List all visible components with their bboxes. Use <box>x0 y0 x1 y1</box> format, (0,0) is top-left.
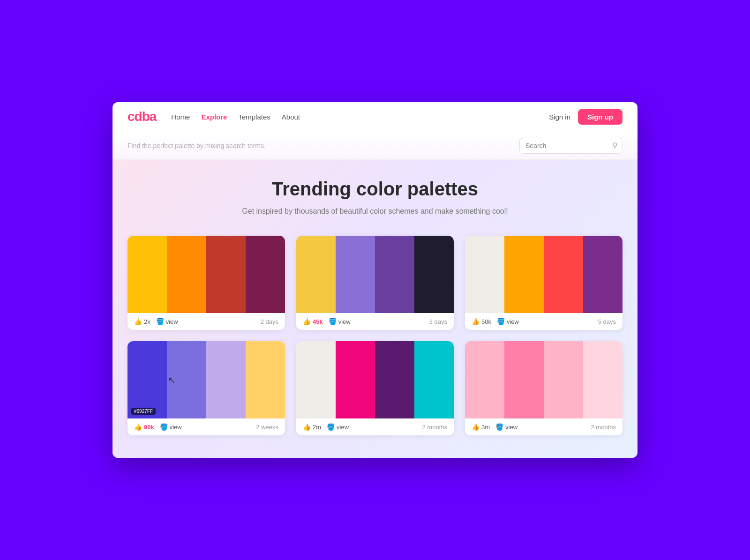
like-count: 90k <box>144 424 154 431</box>
palette-card-p2[interactable]: 👍45k🪣view3 days <box>296 236 454 330</box>
color-swatch <box>206 236 246 313</box>
thumb-up-icon: 👍 <box>472 318 480 325</box>
palette-time: 2 months <box>591 424 616 431</box>
color-swatch <box>583 236 622 313</box>
meta-left: 👍50k🪣view <box>472 318 592 325</box>
color-swatch <box>544 341 583 418</box>
color-swatch <box>583 341 622 418</box>
palette-time: 2 months <box>422 424 447 431</box>
color-swatch <box>375 341 414 418</box>
thumb-up-icon: 👍 <box>134 423 142 431</box>
like-button[interactable]: 👍2m <box>303 423 321 431</box>
view-label: view <box>507 318 519 325</box>
meta-left: 👍2m🪣view <box>303 423 417 431</box>
color-swatch <box>465 341 504 418</box>
color-swatch <box>296 341 336 418</box>
nav-item-templates[interactable]: Templates <box>238 113 270 121</box>
palette-meta: 👍45k🪣view3 days <box>296 313 454 330</box>
palette-card-p4[interactable]: #6927FF↖👍90k🪣view2 weeks <box>128 341 285 435</box>
color-swatch <box>296 236 336 313</box>
bucket-icon: 🪣 <box>156 318 164 325</box>
color-swatch <box>246 236 285 313</box>
view-button[interactable]: 🪣view <box>160 423 182 431</box>
palette-swatches <box>296 341 454 418</box>
like-count: 2k <box>144 318 150 325</box>
color-swatch <box>246 341 285 418</box>
palette-meta: 👍2m🪣view2 months <box>296 418 454 435</box>
palette-time: 3 days <box>429 318 447 325</box>
color-swatch <box>544 236 583 313</box>
palette-swatches <box>296 236 454 313</box>
bucket-icon: 🪣 <box>329 318 337 325</box>
thumb-up-icon: 👍 <box>303 318 311 325</box>
palette-time: 2 weeks <box>256 424 278 431</box>
search-icon: ⚲ <box>612 141 618 150</box>
palette-card-p3[interactable]: 👍50k🪣view5 days <box>465 236 622 330</box>
palette-meta: 👍50k🪣view5 days <box>465 313 622 330</box>
view-button[interactable]: 🪣view <box>329 318 351 325</box>
palette-time: 2 days <box>261 318 278 325</box>
like-button[interactable]: 👍2k <box>134 318 150 325</box>
palette-swatches: #6927FF↖ <box>128 341 285 418</box>
app-container: cdba HomeExploreTemplatesAbout Sign in S… <box>112 102 638 458</box>
header: cdba HomeExploreTemplatesAbout Sign in S… <box>112 102 638 132</box>
color-swatch <box>128 341 167 418</box>
like-button[interactable]: 👍90k <box>134 423 154 431</box>
color-tooltip: #6927FF <box>131 408 156 415</box>
logo[interactable]: cdba <box>128 109 156 124</box>
hero-title: Trending color palettes <box>128 179 622 200</box>
view-label: view <box>337 424 349 431</box>
like-count: 50k <box>481 318 491 325</box>
palette-card-p5[interactable]: 👍2m🪣view2 months <box>296 341 454 435</box>
thumb-up-icon: 👍 <box>303 423 311 431</box>
nav: HomeExploreTemplatesAbout <box>171 113 534 121</box>
palette-meta: 👍90k🪣view2 weeks <box>128 418 285 435</box>
view-label: view <box>338 318 351 325</box>
signup-button[interactable]: Sign up <box>578 109 622 125</box>
palette-meta: 👍3m🪣view2 months <box>465 418 622 435</box>
meta-left: 👍45k🪣view <box>303 318 424 325</box>
hero-subtitle: Get inspired by thousands of beautiful c… <box>128 205 622 217</box>
view-button[interactable]: 🪣view <box>495 423 518 431</box>
nav-item-home[interactable]: Home <box>171 113 190 121</box>
view-button[interactable]: 🪣view <box>497 318 519 325</box>
color-swatch <box>167 341 206 418</box>
bucket-icon: 🪣 <box>327 423 335 431</box>
hero: Trending color palettes Get inspired by … <box>128 179 622 217</box>
meta-left: 👍2k🪣view <box>134 318 255 325</box>
palette-card-p1[interactable]: 👍2k🪣view2 days <box>128 236 285 330</box>
like-button[interactable]: 👍50k <box>472 318 491 325</box>
color-swatch <box>414 341 454 418</box>
palette-swatches <box>128 236 285 313</box>
view-button[interactable]: 🪣view <box>327 423 349 431</box>
palette-time: 5 days <box>598 318 616 325</box>
search-input-wrapper: ⚲ <box>519 138 622 154</box>
palette-swatches <box>465 341 622 418</box>
view-label: view <box>505 424 518 431</box>
color-swatch <box>128 236 167 313</box>
palette-meta: 👍2k🪣view2 days <box>128 313 285 330</box>
nav-item-about[interactable]: About <box>282 113 300 121</box>
color-swatch <box>336 236 375 313</box>
like-count: 2m <box>313 424 321 431</box>
color-swatch <box>167 236 206 313</box>
like-count: 45k <box>313 318 323 325</box>
meta-left: 👍90k🪣view <box>134 423 250 431</box>
search-input[interactable] <box>519 138 622 154</box>
thumb-up-icon: 👍 <box>472 423 480 431</box>
signin-button[interactable]: Sign in <box>549 113 570 121</box>
view-label: view <box>170 424 182 431</box>
thumb-up-icon: 👍 <box>134 318 142 325</box>
like-button[interactable]: 👍45k <box>303 318 323 325</box>
nav-item-explore[interactable]: Explore <box>201 113 227 121</box>
bucket-icon: 🪣 <box>160 423 168 431</box>
view-button[interactable]: 🪣view <box>156 318 178 325</box>
color-swatch <box>375 236 414 313</box>
color-swatch <box>504 236 544 313</box>
like-button[interactable]: 👍3m <box>472 423 490 431</box>
palette-card-p6[interactable]: 👍3m🪣view2 months <box>465 341 622 435</box>
color-swatch <box>206 341 246 418</box>
main-content: Trending color palettes Get inspired by … <box>112 160 638 458</box>
bucket-icon: 🪣 <box>495 423 503 431</box>
bucket-icon: 🪣 <box>497 318 505 325</box>
